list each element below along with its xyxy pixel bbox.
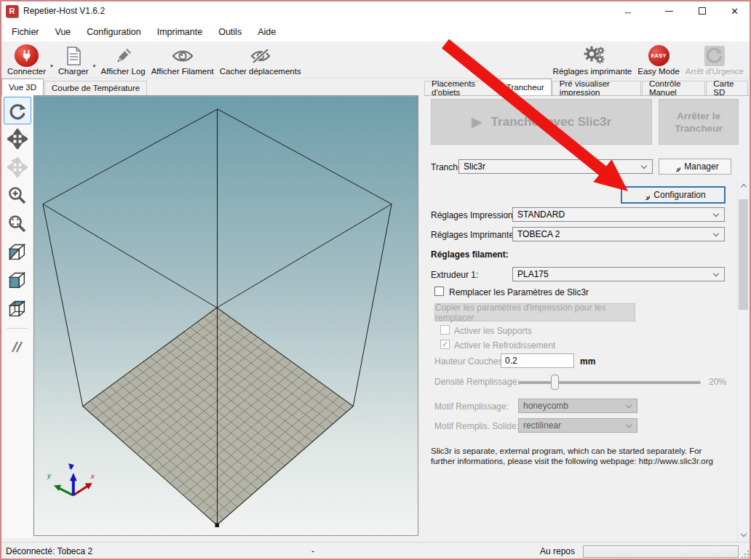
axis-y-label: y bbox=[47, 471, 52, 479]
right-pane: Placements d'objets Trancheur Pré visual… bbox=[424, 79, 749, 542]
menu-vue[interactable]: Vue bbox=[47, 23, 79, 41]
enable-cooling-label: Activer le Refroidissement bbox=[454, 340, 555, 351]
chevron-down-icon bbox=[641, 163, 647, 169]
slic3r-info-text: Slic3r is separate, external program, wh… bbox=[431, 446, 725, 466]
plug-icon bbox=[15, 44, 39, 67]
main-area: Vue 3D Courbe de Température bbox=[0, 79, 751, 542]
emergency-stop-button[interactable]: Arrêt d'Urgence bbox=[683, 44, 747, 77]
infill-pattern-select: honeycomb bbox=[518, 399, 637, 413]
connect-dropdown-icon[interactable]: ▼ bbox=[49, 64, 54, 68]
toggle-travel-moves-button[interactable] bbox=[4, 333, 31, 361]
show-log-button[interactable]: Afficher Log bbox=[98, 44, 148, 77]
printer-state: Au repos bbox=[540, 546, 575, 556]
slicer-panel: ▶ Trancher avec Slic3r Arrêter le Tranch… bbox=[424, 95, 749, 542]
chevron-down-icon bbox=[626, 402, 632, 408]
zoom-in-button[interactable] bbox=[4, 182, 31, 209]
manager-button[interactable]: Manager bbox=[659, 159, 731, 175]
zoom-fit-button[interactable] bbox=[4, 210, 31, 238]
kill-slice-button: Arrêter le Trancheur bbox=[659, 99, 739, 145]
status-center: - bbox=[311, 546, 314, 556]
chevron-down-icon bbox=[713, 271, 719, 276]
front-view-button[interactable] bbox=[4, 267, 31, 295]
tab-trancheur[interactable]: Trancheur bbox=[499, 79, 552, 95]
printer-settings-button[interactable]: Réglages imprimante bbox=[550, 44, 635, 77]
menu-configuration[interactable]: Configuration bbox=[79, 23, 148, 41]
infill-density-label: Densité Remplissage: bbox=[434, 377, 520, 387]
chevron-down-icon bbox=[713, 211, 719, 217]
chevron-down-icon bbox=[626, 422, 632, 428]
tab-courbe-temperature[interactable]: Courbe de Température bbox=[44, 81, 147, 95]
infill-density-value: 20% bbox=[709, 377, 726, 387]
rotate-view-button[interactable] bbox=[4, 97, 31, 124]
eye-icon bbox=[172, 44, 194, 67]
maximize-button[interactable] bbox=[686, 0, 718, 22]
check-icon: ✓ bbox=[442, 340, 448, 348]
move-object-icon bbox=[7, 157, 28, 177]
tab-controle-manuel[interactable]: Contrôle Manuel bbox=[642, 81, 705, 95]
layer-height-input[interactable] bbox=[501, 353, 574, 368]
gear-icon bbox=[640, 191, 650, 200]
axis-z-label: z bbox=[68, 462, 73, 470]
zoom-fit-icon bbox=[7, 214, 28, 234]
view-tool-column bbox=[1, 95, 33, 537]
printer-settings-select[interactable]: TOBECA 2 bbox=[512, 227, 725, 241]
easy-mode-button[interactable]: EASY Easy Mode bbox=[635, 44, 683, 77]
view-tabstrip: Vue 3D Courbe de Température bbox=[1, 79, 148, 95]
gear-icon bbox=[671, 162, 680, 172]
panel-scrollbar[interactable] bbox=[737, 180, 748, 540]
solid-pattern-label: Motif Remplis. Solide: bbox=[434, 421, 519, 431]
override-slic3r-checkbox[interactable] bbox=[434, 287, 444, 296]
menu-imprimante[interactable]: Imprimante bbox=[149, 23, 211, 41]
connect-button[interactable]: Connecter bbox=[4, 44, 49, 77]
infill-density-slider bbox=[518, 381, 701, 384]
enable-supports-label: Activer les Supports bbox=[454, 326, 532, 336]
maximize-icon bbox=[699, 7, 706, 15]
easy-mode-icon: EASY bbox=[648, 45, 669, 66]
tab-previsualiser[interactable]: Pré visualiser impression bbox=[552, 81, 641, 95]
print-settings-label: Réglages Impression: bbox=[431, 210, 515, 220]
extruder1-label: Extrudeur 1: bbox=[431, 270, 478, 280]
printer-settings-label: Réglages Imprimante: bbox=[431, 230, 516, 240]
viewport-3d[interactable]: y x z bbox=[33, 95, 418, 536]
slicer-select[interactable]: Slic3r bbox=[458, 159, 653, 174]
scroll-up-icon[interactable] bbox=[738, 180, 749, 191]
eye-slash-icon bbox=[250, 44, 271, 67]
status-bar: Déconnecté: Tobeca 2 - Au repos bbox=[0, 542, 751, 560]
isometric-view-button[interactable] bbox=[4, 239, 31, 266]
tab-placements-objets[interactable]: Placements d'objets bbox=[424, 81, 498, 95]
rotate-icon bbox=[7, 101, 27, 121]
load-dropdown-icon[interactable]: ▼ bbox=[92, 64, 97, 68]
scrollbar-thumb[interactable] bbox=[739, 199, 748, 310]
minimize-button[interactable] bbox=[653, 0, 686, 22]
menu-outils[interactable]: Outils bbox=[210, 23, 250, 41]
print-settings-select[interactable]: STANDARD bbox=[512, 207, 725, 222]
filament-header: Réglages filament: bbox=[431, 249, 509, 260]
panel-tabstrip: Placements d'objets Trancheur Pré visual… bbox=[424, 79, 749, 95]
play-icon: ▶ bbox=[472, 113, 482, 130]
resize-horizontal-icon[interactable]: ↔ bbox=[623, 6, 632, 17]
load-button[interactable]: Charger bbox=[55, 44, 92, 77]
extruder1-select[interactable]: PLA175 bbox=[512, 267, 725, 281]
configuration-button[interactable]: Configuration bbox=[621, 186, 726, 204]
show-filament-button[interactable]: Afficher Filament bbox=[148, 44, 217, 77]
front-view-icon bbox=[7, 271, 28, 291]
infill-pattern-label: Motif Remplissage: bbox=[434, 401, 509, 412]
toolcol-separator bbox=[7, 328, 28, 329]
tab-carte-sd[interactable]: Carte SD bbox=[706, 81, 748, 95]
close-button[interactable]: ✕ bbox=[718, 0, 751, 22]
move-view-button[interactable] bbox=[4, 125, 31, 153]
scroll-down-icon[interactable] bbox=[738, 529, 749, 540]
menu-fichier[interactable]: Fichier bbox=[4, 23, 47, 41]
hide-travel-button[interactable]: Cacher déplacements bbox=[217, 44, 304, 77]
pencil-icon bbox=[113, 44, 133, 67]
menu-aide[interactable]: Aide bbox=[250, 23, 284, 41]
move-icon bbox=[7, 129, 28, 149]
infill-density-thumb bbox=[551, 375, 559, 390]
tab-vue-3d[interactable]: Vue 3D bbox=[1, 79, 44, 95]
resize-grip[interactable] bbox=[741, 550, 749, 558]
top-view-button[interactable] bbox=[4, 295, 31, 323]
override-slic3r-label: Remplacer les Paramètres de Slic3r bbox=[449, 287, 589, 297]
copy-settings-button: Copier les paramètres d'impression pour … bbox=[434, 303, 635, 321]
progress-bar bbox=[583, 545, 739, 558]
main-toolbar: Connecter ▼ Charger ▼ bbox=[0, 41, 751, 79]
